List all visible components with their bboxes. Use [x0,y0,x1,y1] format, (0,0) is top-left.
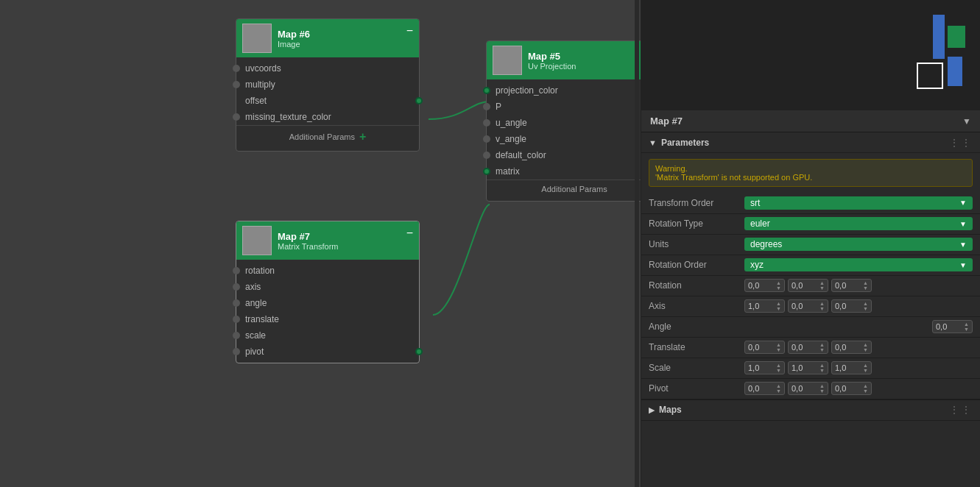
map7-port-translate[interactable]: translate [236,311,419,327]
pivot-inputs: 0,0 ▲▼ 0,0 ▲▼ 0,0 ▲▼ [744,382,973,395]
map6-port-dot-uvcoords[interactable] [233,65,240,72]
panel-preview-area [641,0,980,110]
warning-text: 'Matrix Transform' is not supported on G… [655,173,966,182]
map6-port-uvcoords[interactable]: uvcoords [236,60,419,77]
map6-thumbnail [242,24,272,53]
rotation-order-dropdown[interactable]: xyz ▼ [744,258,973,271]
map5-port-projection-color[interactable]: projection_color [487,82,641,99]
rotation-order-arrow: ▼ [959,261,967,269]
param-value-rotation-type: euler ▼ [737,213,980,234]
map5-port-matrix[interactable]: matrix [487,163,641,179]
translate-z-input[interactable]: 0,0 ▲▼ [831,341,872,354]
param-row-translate: Translate 0,0 ▲▼ 0,0 ▲▼ [641,337,980,358]
axis-z-input[interactable]: 0,0 ▲▼ [831,299,872,313]
map7-thumbnail [242,226,272,255]
translate-x-input[interactable]: 0,0 ▲▼ [744,341,785,354]
map7-port-dot-angle[interactable] [233,299,240,307]
pivot-y-input[interactable]: 0,0 ▲▼ [788,382,828,395]
map7-port-pivot[interactable]: pivot [236,344,419,360]
map6-port-missing-texture[interactable]: missing_texture_color [236,109,419,125]
map7-port-dot-axis[interactable] [233,283,240,291]
rotation-y-input[interactable]: 0,0 ▲▼ [788,279,828,292]
canvas-scrollbar[interactable] [635,0,639,487]
map5-body: projection_color P u_angle v_angle defau… [487,79,641,201]
map6-subtitle: Image [278,40,310,49]
map7-collapse-button[interactable]: − [406,227,413,239]
transform-order-dropdown[interactable]: srt ▼ [744,196,973,210]
panel-header: Map #7 ▼ [641,110,980,132]
scale-y-input[interactable]: 1,0 ▲▼ [788,361,828,374]
map6-title: Map #6 [278,29,310,40]
map5-port-dot-v-angle[interactable] [483,135,490,143]
param-row-scale: Scale 1,0 ▲▼ 1,0 ▲▼ 1 [641,358,980,378]
maps-section-dots: ⋮⋮ [949,404,973,416]
translate-y-input[interactable]: 0,0 ▲▼ [788,341,828,354]
transform-order-arrow: ▼ [959,199,967,207]
parameters-section-header[interactable]: ▼ Parameters ⋮⋮ [641,132,980,153]
mini-node-blue [933,15,945,59]
param-value-translate: 0,0 ▲▼ 0,0 ▲▼ 0,0 ▲▼ [737,337,980,358]
map7-port-angle[interactable]: angle [236,295,419,311]
right-panel: Map #7 ▼ ▼ Parameters ⋮⋮ Warning. 'Matri… [641,0,980,487]
translate-inputs: 0,0 ▲▼ 0,0 ▲▼ 0,0 ▲▼ [744,341,973,354]
map5-node: Map #5 Uv Projection projection_color P … [486,40,641,202]
units-arrow: ▼ [959,241,967,249]
maps-section-header[interactable]: ▶ Maps ⋮⋮ [641,400,980,421]
map5-header: Map #5 Uv Projection [487,41,641,79]
map7-body: rotation axis angle translate scale pivo… [236,260,419,363]
map7-port-rotation[interactable]: rotation [236,263,419,279]
pivot-x-input[interactable]: 0,0 ▲▼ [744,382,785,395]
rotation-x-input[interactable]: 0,0 ▲▼ [744,279,785,292]
map5-port-dot-proj-color[interactable] [483,87,490,94]
pivot-z-input[interactable]: 0,0 ▲▼ [831,382,872,395]
map7-port-dot-translate[interactable] [233,316,240,323]
axis-y-input[interactable]: 0,0 ▲▼ [788,299,828,313]
units-dropdown[interactable]: degrees ▼ [744,238,973,251]
map7-port-scale[interactable]: scale [236,327,419,344]
map6-port-offset[interactable]: offset [236,93,419,109]
map6-additional-params[interactable]: Additional Params + [236,125,419,148]
map5-port-u-angle[interactable]: u_angle [487,115,641,131]
scale-inputs: 1,0 ▲▼ 1,0 ▲▼ 1,0 ▲▼ [744,361,973,374]
map5-port-dot-u-angle[interactable] [483,119,490,127]
param-value-rotation: 0,0 ▲▼ 0,0 ▲▼ 0,0 ▲▼ [737,275,980,296]
map7-port-dot-scale[interactable] [233,332,240,339]
map7-port-dot-rotation[interactable] [233,267,240,274]
panel-content: ▼ Parameters ⋮⋮ Warning. 'Matrix Transfo… [641,132,980,487]
rotation-type-dropdown[interactable]: euler ▼ [744,217,973,230]
map6-port-dot-missing[interactable] [233,113,240,121]
map6-body: uvcoords multiply offset missing_texture… [236,57,419,151]
map6-node: Map #6 Image − uvcoords multiply offset … [236,18,420,152]
map6-port-multiply[interactable]: multiply [236,77,419,93]
map7-output-port[interactable] [415,348,423,355]
scale-z-input[interactable]: 1,0 ▲▼ [831,361,872,374]
map7-port-dot-pivot[interactable] [233,348,240,355]
rotation-z-input[interactable]: 0,0 ▲▼ [831,279,872,292]
map5-port-dot-p[interactable] [483,103,490,110]
map5-port-v-angle[interactable]: v_angle [487,131,641,147]
param-row-axis: Axis 1,0 ▲▼ 0,0 ▲▼ 0, [641,296,980,316]
panel-arrow-icon[interactable]: ▼ [962,116,971,127]
map7-port-axis[interactable]: axis [236,279,419,295]
map5-additional-params[interactable]: Additional Params [487,179,641,198]
param-label-rotation-order: Rotation Order [641,255,737,275]
map6-collapse-button[interactable]: − [406,25,413,37]
map5-port-p[interactable]: P [487,99,641,115]
rotation-type-arrow: ▼ [959,220,967,228]
param-value-transform-order: srt ▼ [737,193,980,213]
scale-x-input[interactable]: 1,0 ▲▼ [744,361,785,374]
map6-port-dot-offset-out[interactable] [415,97,423,104]
map5-port-default-color[interactable]: default_color [487,147,641,163]
param-row-angle: Angle 0,0 ▲▼ [641,316,980,337]
warning-title: Warning. [655,164,966,173]
map5-port-dot-matrix[interactable] [483,168,490,175]
mini-node-green [948,26,965,48]
map5-port-dot-default-color[interactable] [483,152,490,159]
angle-input[interactable]: 0,0 ▲▼ [932,320,973,333]
mini-node-group [948,15,965,86]
param-row-units: Units degrees ▼ [641,234,980,255]
map6-add-icon: + [359,130,366,143]
param-label-translate: Translate [641,337,737,358]
axis-x-input[interactable]: 1,0 ▲▼ [744,299,785,313]
map6-port-dot-multiply[interactable] [233,81,240,88]
